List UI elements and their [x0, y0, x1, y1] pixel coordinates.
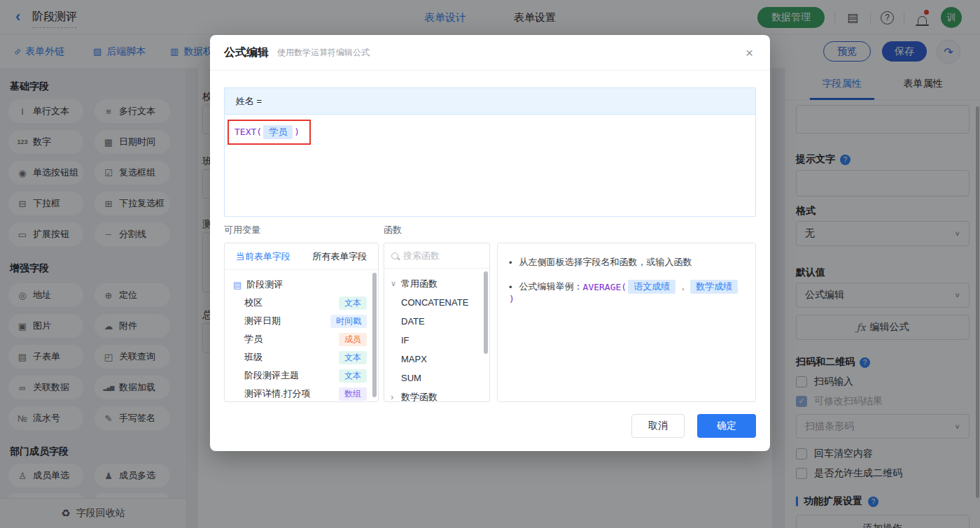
variable-name: 校区	[244, 297, 262, 309]
hints-panel: • 从左侧面板选择字段名和函数，或输入函数 • 公式编辑举例： AVERAGE(…	[497, 243, 756, 402]
function-item[interactable]: DATE	[384, 312, 489, 331]
example-function-name: AVERAGE(	[583, 282, 627, 292]
type-badge: 文本	[339, 369, 367, 383]
hint-example-prefix: 公式编辑举例：	[519, 280, 583, 293]
tab-all-form-fields[interactable]: 所有表单字段	[302, 243, 379, 269]
function-group-math[interactable]: 数学函数	[384, 387, 489, 402]
functions-tree: 常用函数 CONCATENATE DATE IF MAPX SUM 数学函数 文…	[384, 269, 489, 402]
cancel-button[interactable]: 取消	[631, 414, 685, 438]
variable-row[interactable]: 校区文本	[225, 294, 378, 312]
function-item[interactable]: CONCATENATE	[384, 293, 489, 312]
example-field-chip: 数学成绩	[690, 280, 738, 294]
functions-panel: 常用函数 CONCATENATE DATE IF MAPX SUM 数学函数 文…	[384, 243, 490, 402]
variable-name: 班级	[244, 351, 262, 364]
confirm-button[interactable]: 确定	[697, 414, 756, 438]
modal-footer: 取消 确定	[631, 414, 756, 438]
type-badge: 文本	[339, 351, 367, 364]
tab-current-form-fields[interactable]: 当前表单字段	[225, 243, 302, 269]
variable-row[interactable]: 测评详情.打分项数组	[225, 385, 378, 402]
modal-header: 公式编辑 使用数学运算符编辑公式 ×	[210, 35, 770, 71]
hint-line: • 从左侧面板选择字段名和函数，或输入函数	[509, 256, 744, 269]
scrollbar-thumb[interactable]	[484, 271, 488, 354]
chevron-down-icon	[391, 279, 398, 288]
variable-row[interactable]: 班级文本	[225, 348, 378, 366]
variable-name: 测评详情.打分项	[244, 387, 311, 400]
formula-target-text: 姓名 =	[236, 95, 262, 108]
hint-example-line: • 公式编辑举例： AVERAGE( 语文成绩 ， 数学成绩 )	[509, 280, 744, 304]
function-item[interactable]: SUM	[384, 369, 489, 387]
close-icon[interactable]: ×	[746, 46, 753, 59]
formula-function-name: TEXT	[234, 127, 256, 137]
function-item[interactable]: IF	[384, 331, 489, 350]
type-badge: 数组	[339, 387, 367, 401]
function-item[interactable]: MAPX	[384, 350, 489, 369]
document-icon: ▤	[233, 280, 241, 290]
functions-label: 函数	[384, 224, 402, 236]
type-badge: 时间戳	[330, 315, 367, 328]
formula-editor: 姓名 = TEXT(学员)	[224, 87, 756, 217]
close-paren: )	[294, 127, 300, 137]
hint-text: 从左侧面板选择字段名和函数，或输入函数	[519, 256, 692, 269]
annotation-box-red: TEXT(学员)	[227, 120, 311, 145]
function-search	[384, 243, 489, 269]
example-close-paren: )	[509, 294, 514, 304]
variables-label: 可用变量	[224, 224, 260, 236]
function-group-label: 常用函数	[401, 278, 438, 290]
variables-panel: 当前表单字段 所有表单字段 ▤ 阶段测评 校区文本 测评日期时间戳 学员成员 班…	[224, 243, 379, 402]
variable-row[interactable]: 测评日期时间戳	[225, 312, 378, 330]
formula-editor-modal: 公式编辑 使用数学运算符编辑公式 × 姓名 = TEXT(学员) 可用变量 函数…	[210, 35, 770, 451]
variable-row[interactable]: 阶段测评主题文本	[225, 366, 378, 385]
variable-name: 学员	[244, 333, 262, 345]
formula-target: 姓名 =	[225, 88, 755, 115]
variables-tree: ▤ 阶段测评 校区文本 测评日期时间戳 学员成员 班级文本 阶段测评主题文本 测…	[225, 270, 378, 402]
function-group-common[interactable]: 常用函数	[384, 274, 489, 293]
variable-row[interactable]: 学员成员	[225, 330, 378, 348]
example-field-chip: 语文成绩	[628, 280, 676, 294]
type-badge: 成员	[339, 333, 367, 346]
chevron-right-icon	[391, 392, 398, 402]
tree-root-label: 阶段测评	[246, 278, 283, 291]
function-group-label: 数学函数	[401, 391, 438, 403]
function-search-input[interactable]	[403, 250, 482, 261]
formula-input-area[interactable]: TEXT(学员)	[225, 115, 755, 150]
open-paren: (	[256, 127, 262, 137]
bullet-icon: •	[509, 282, 512, 292]
field-chip[interactable]: 学员	[263, 125, 293, 139]
variable-name: 阶段测评主题	[244, 369, 299, 382]
modal-title: 公式编辑	[224, 45, 269, 60]
scrollbar-thumb[interactable]	[372, 273, 377, 397]
bullet-icon: •	[509, 257, 512, 268]
search-icon	[391, 252, 398, 259]
tree-root-form[interactable]: ▤ 阶段测评	[225, 276, 378, 294]
variable-name: 测评日期	[244, 315, 281, 327]
variables-tabs: 当前表单字段 所有表单字段	[225, 243, 378, 270]
type-badge: 文本	[339, 297, 367, 310]
comma: ，	[678, 280, 687, 293]
modal-subtitle: 使用数学运算符编辑公式	[277, 47, 370, 59]
